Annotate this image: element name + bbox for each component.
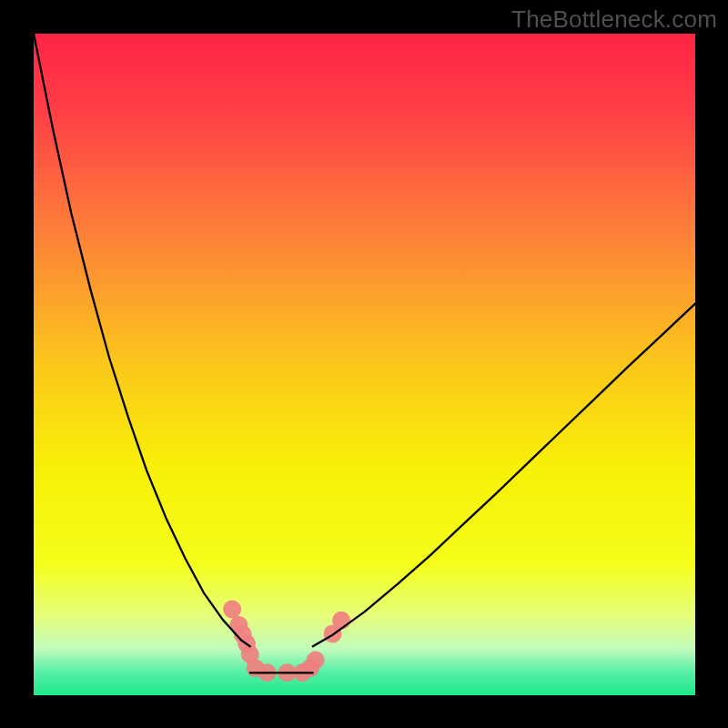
plot-area [34,34,695,695]
marker-point [332,612,350,630]
chart-frame: TheBottleneck.com [0,0,728,728]
watermark-label: TheBottleneck.com [511,5,717,34]
chart-svg [0,0,728,728]
marker-point [223,600,241,618]
marker-point [307,651,325,669]
